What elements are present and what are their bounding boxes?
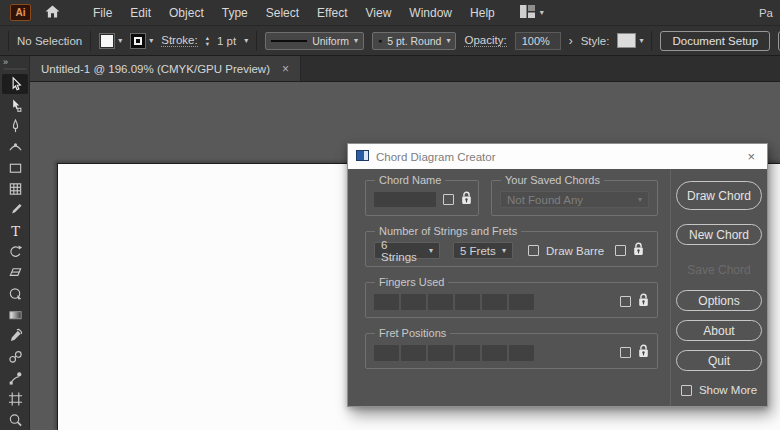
stroke-swatch[interactable] [130,33,146,49]
chord-diagram-creator-dialog: Chord Diagram Creator × Chord Name [347,143,768,407]
svg-text:T: T [11,223,20,238]
menu-item-edit[interactable]: Edit [121,6,160,20]
blend-tool[interactable] [0,346,30,367]
curvature-tool[interactable] [0,136,30,157]
type-tool[interactable]: T [0,220,30,241]
fill-swatch[interactable] [99,33,115,49]
finger-used-input[interactable] [455,294,480,310]
fret-position-input[interactable] [374,345,399,361]
stroke-weight-stepper[interactable]: ▴ ▾ [206,35,209,46]
canvas-pasteboard[interactable]: Chord Diagram Creator × Chord Name [30,82,780,430]
rectangle-tool[interactable] [0,157,30,178]
eyedropper-tool[interactable] [0,325,30,346]
lock-icon [638,293,649,310]
opacity-input[interactable]: 100% [515,32,561,50]
chord-name-input[interactable] [374,192,436,207]
fret-position-input[interactable] [455,345,480,361]
fret-positions-lock-checkbox[interactable] [620,347,631,358]
menu-item-view[interactable]: View [357,6,401,20]
gradient-tool[interactable] [0,304,30,325]
fret-position-input[interactable] [482,345,507,361]
finger-used-input[interactable] [482,294,507,310]
rotate-view-tool[interactable] [0,283,30,304]
menu-item-file[interactable]: File [84,6,121,20]
document-setup-button[interactable]: Document Setup [660,31,770,51]
rotate-tool[interactable] [0,241,30,262]
brush-definition-value: 5 pt. Round [387,35,441,47]
draw-barre-checkbox[interactable] [528,245,539,256]
finger-used-input[interactable] [374,294,399,310]
chevron-down-icon: ▾ [446,37,450,45]
menu-item-type[interactable]: Type [213,6,257,20]
brush-definition-select[interactable]: ● 5 pt. Round ▾ [372,32,457,50]
shaper-grid-tool[interactable] [0,178,30,199]
eraser-tool[interactable] [0,262,30,283]
zoom-tool[interactable] [0,409,30,430]
show-more-checkbox[interactable] [681,385,692,396]
menu-item-help[interactable]: Help [461,6,504,20]
strings-dropdown[interactable]: 6 Strings ▾ [374,242,440,259]
document-tab[interactable]: Untitled-1 @ 196.09% (CMYK/GPU Preview) … [30,56,301,81]
fingers-used-group: Fingers Used [365,276,658,318]
chevron-down-icon: ▾ [429,247,433,255]
illustrator-logo-icon: Ai [10,4,31,21]
fret-position-input[interactable] [401,345,426,361]
finger-used-input[interactable] [509,294,534,310]
frets-dropdown[interactable]: 5 Frets ▾ [453,242,513,259]
lock-icon [633,242,644,259]
draw-chord-button[interactable]: Draw Chord [676,181,762,210]
show-more-control[interactable]: Show More [681,384,757,396]
graphic-style-control[interactable]: ▾ [617,33,643,48]
about-button[interactable]: About [676,320,762,341]
options-button[interactable]: Options [676,290,762,311]
strings-frets-lock-checkbox[interactable] [615,245,626,256]
fingers-used-lock-checkbox[interactable] [620,296,631,307]
style-swatch[interactable] [617,33,636,48]
illustrator-window: Ai FileEditObjectTypeSelectEffectViewWin… [0,0,780,430]
menu-item-window[interactable]: Window [400,6,461,20]
artboard-tool[interactable] [0,388,30,409]
fret-position-input[interactable] [428,345,453,361]
saved-chords-label: Your Saved Chords [501,174,604,186]
chevron-down-icon: ▾ [638,196,642,204]
menu-item-object[interactable]: Object [160,6,213,20]
fret-position-input[interactable] [509,345,534,361]
opacity-panel-link[interactable]: Opacity: [464,34,506,47]
quit-button[interactable]: Quit [676,350,762,371]
menu-item-effect[interactable]: Effect [308,6,356,20]
new-chord-button[interactable]: New Chord [676,224,762,245]
width-profile-select[interactable]: Uniform ▾ [265,32,364,50]
finger-used-input[interactable] [401,294,426,310]
menu-item-select[interactable]: Select [257,6,308,20]
dialog-close-icon[interactable]: × [743,150,759,163]
fill-color-control[interactable]: ▾ [99,33,122,49]
strings-frets-label: Number of Strings and Frets [375,225,521,237]
fingers-used-label: Fingers Used [375,276,448,288]
stroke-panel-link[interactable]: Stroke: [161,34,197,47]
pen-tool[interactable] [0,115,30,136]
tools-panel-expand-button[interactable]: » [0,56,29,67]
dialog-actions: Draw Chord New Chord Save Chord Options … [670,169,767,406]
lock-icon [638,344,649,361]
tools-panel-grip[interactable] [3,68,27,70]
chevron-down-icon[interactable]: ▾ [244,37,248,45]
document-tab-title: Untitled-1 @ 196.09% (CMYK/GPU Preview) [41,63,270,75]
divider [256,31,257,51]
stroke-color-control[interactable]: ▾ [130,33,153,49]
chord-name-checkbox[interactable] [443,194,454,205]
tab-close-icon[interactable]: × [282,63,289,75]
dialog-titlebar[interactable]: Chord Diagram Creator × [348,144,767,169]
home-button[interactable] [45,5,60,21]
selection-tool[interactable] [0,73,30,94]
direct-selection-tool[interactable] [0,94,30,115]
paintbrush-tool[interactable] [0,199,30,220]
symbol-sprayer-tool[interactable] [0,367,30,388]
workspace-layout-switcher[interactable]: ▾ [520,5,544,21]
chord-name-group: Chord Name [365,174,479,216]
stroke-weight-value[interactable]: 1 pt [217,35,236,47]
chevron-down-icon: ▾ [118,37,122,45]
chevron-right-icon[interactable]: › [569,34,573,48]
divider [651,31,652,51]
finger-used-input[interactable] [428,294,453,310]
workspace-name-truncated[interactable]: Pa [759,7,774,19]
